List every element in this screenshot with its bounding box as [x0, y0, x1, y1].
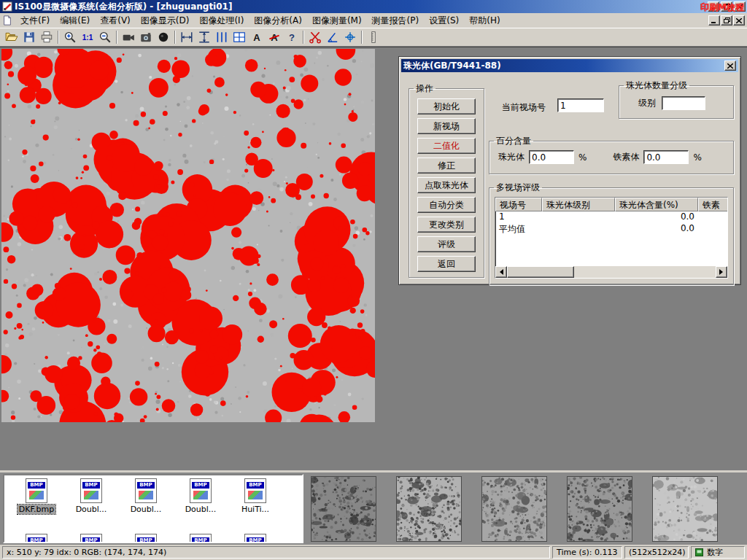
change-category-button[interactable]: 更改类别 — [417, 217, 476, 233]
menu-image-analysis[interactable]: 图像分析(A) — [249, 13, 307, 28]
actual-size-button[interactable]: 1:1 — [79, 29, 96, 45]
ruler-icon — [367, 31, 380, 44]
level-input[interactable] — [662, 96, 705, 110]
grading-group-label: 珠光体数量分级 — [624, 79, 689, 92]
open-folder-button[interactable] — [3, 29, 20, 45]
file-label[interactable]: HuiTi... — [240, 505, 271, 514]
column-header-field[interactable]: 视场号 — [495, 198, 542, 211]
file-item[interactable]: BMP — [176, 534, 225, 543]
file-listbox[interactable]: BMP DKF.bmp BMP Doubl... BMP Doubl... BM… — [3, 474, 303, 543]
scroll-right-button[interactable] — [716, 266, 727, 278]
print-icon — [40, 31, 53, 44]
file-item[interactable]: BMP Doubl... — [66, 478, 116, 514]
correct-button[interactable]: 修正 — [417, 158, 476, 174]
current-field-input[interactable] — [557, 98, 604, 112]
menu-edit[interactable]: 编辑(E) — [55, 13, 95, 28]
column-header-level[interactable]: 珠光体级别 — [542, 198, 615, 211]
binarize-button[interactable]: 二值化 — [417, 138, 476, 154]
save-button[interactable] — [20, 29, 38, 45]
video-capture-button[interactable] — [120, 29, 137, 45]
title-bar: IS100显微摄像系统(金相分析版) - [zhuguangti01] — [0, 0, 747, 13]
status-bar: x: 510 y: 79 idx: 0 RGB: (174, 174, 174)… — [0, 545, 747, 560]
grid-button[interactable] — [231, 29, 248, 45]
status-time: Time (s): 0.113 — [552, 546, 622, 559]
menu-image-display[interactable]: 图像显示(D) — [136, 13, 195, 28]
file-item[interactable]: BMP — [66, 534, 116, 543]
return-button[interactable]: 返回 — [417, 256, 476, 272]
file-label[interactable]: Doubl... — [184, 505, 218, 514]
zoom-in-button[interactable] — [61, 29, 79, 45]
measure-vertical-button[interactable] — [196, 29, 213, 45]
column-header-ferrite[interactable]: 铁素 — [698, 198, 728, 211]
dialog-title-bar[interactable]: 珠光体(GB/T9441-88) — [401, 59, 738, 72]
caliper-vertical-icon — [198, 31, 211, 44]
auto-classify-button[interactable]: 自动分类 — [417, 197, 476, 213]
cell-extra — [698, 211, 728, 223]
zoom-out-icon — [98, 31, 112, 44]
thumbnail-image[interactable] — [481, 476, 547, 542]
cell-field: 平均值 — [495, 223, 542, 235]
file-item[interactable]: BMP — [231, 534, 280, 543]
file-label[interactable]: Doubl... — [74, 505, 109, 514]
print-button[interactable] — [38, 29, 55, 45]
thumbnail-image[interactable] — [311, 476, 376, 542]
camera-capture-button[interactable] — [137, 29, 155, 45]
specimen-image[interactable] — [1, 49, 375, 422]
file-item[interactable]: BMP DKF.bmp — [12, 478, 61, 514]
ruler-button[interactable] — [365, 29, 382, 45]
menu-file[interactable]: 文件(F) — [15, 13, 55, 28]
ferrite-percent-input[interactable] — [643, 150, 689, 164]
text-delete-button[interactable]: A — [266, 29, 283, 45]
multifield-group-label: 多视场评级 — [494, 182, 542, 194]
menu-view[interactable]: 查看(V) — [95, 13, 136, 28]
mdi-close-button[interactable] — [733, 15, 745, 26]
table-row[interactable]: 平均值 0.0 — [495, 223, 727, 235]
percent-sign: % — [578, 152, 587, 163]
freeze-button[interactable] — [155, 29, 172, 45]
thumbnail-image[interactable] — [652, 476, 718, 542]
initialize-button[interactable]: 初始化 — [417, 98, 476, 114]
file-label[interactable]: DKF.bmp — [18, 505, 55, 514]
crosshair-button[interactable] — [341, 29, 359, 45]
file-item[interactable]: BMP Doubl... — [121, 478, 171, 514]
dialog-close-button[interactable] — [724, 61, 736, 71]
menu-image-process[interactable]: 图像处理(I) — [194, 13, 249, 28]
file-item[interactable]: BMP — [12, 534, 61, 543]
file-item[interactable]: BMP HuiTi... — [231, 478, 280, 514]
menu-settings[interactable]: 设置(S) — [424, 13, 464, 28]
zoom-out-button[interactable] — [96, 29, 114, 45]
cut-button[interactable] — [306, 29, 324, 45]
file-item[interactable]: BMP — [121, 534, 171, 543]
table-row[interactable]: 1 0.0 — [495, 211, 727, 223]
rate-button[interactable]: 评级 — [417, 236, 476, 252]
menu-help[interactable]: 帮助(H) — [464, 13, 505, 28]
text-annotate-button[interactable]: A — [248, 29, 266, 45]
pick-pearlite-button[interactable]: 点取珠光体 — [417, 177, 476, 193]
app-window: IS100显微摄像系统(金相分析版) - [zhuguangti01] 印刷M校… — [0, 0, 747, 560]
file-item[interactable]: BMP Doubl... — [176, 478, 225, 514]
cell-content: 0.0 — [615, 211, 698, 223]
mdi-restore-button[interactable] — [721, 15, 732, 26]
thumbnail-image[interactable] — [396, 476, 462, 542]
horizontal-scrollbar[interactable] — [495, 266, 727, 278]
menu-measure-report[interactable]: 测量报告(P) — [367, 13, 425, 28]
parallel-lines-button[interactable] — [213, 29, 231, 45]
help-button[interactable]: ? — [283, 29, 301, 45]
child-window-icon[interactable] — [2, 15, 12, 26]
angle-measure-button[interactable] — [324, 29, 341, 45]
save-icon — [23, 31, 36, 44]
dialog-body: 操作 初始化 新视场 二值化 修正 点取珠光体 自动分类 更改类别 评级 返回 … — [401, 72, 738, 282]
scrollbar-track[interactable] — [507, 266, 716, 278]
cell-field: 1 — [495, 211, 542, 223]
thumbnail-image[interactable] — [567, 476, 632, 542]
scroll-left-button[interactable] — [495, 266, 507, 278]
menu-image-measure[interactable]: 图像测量(M) — [307, 13, 367, 28]
pearlite-percent-input[interactable] — [529, 150, 574, 164]
new-field-button[interactable]: 新视场 — [417, 118, 476, 134]
cell-extra — [698, 223, 728, 235]
mdi-minimize-button[interactable] — [708, 15, 720, 26]
column-header-content[interactable]: 珠光体含量(%) — [615, 198, 698, 211]
file-label[interactable]: Doubl... — [129, 505, 163, 514]
scrollbar-thumb[interactable] — [507, 266, 574, 278]
measure-horizontal-button[interactable] — [178, 29, 196, 45]
